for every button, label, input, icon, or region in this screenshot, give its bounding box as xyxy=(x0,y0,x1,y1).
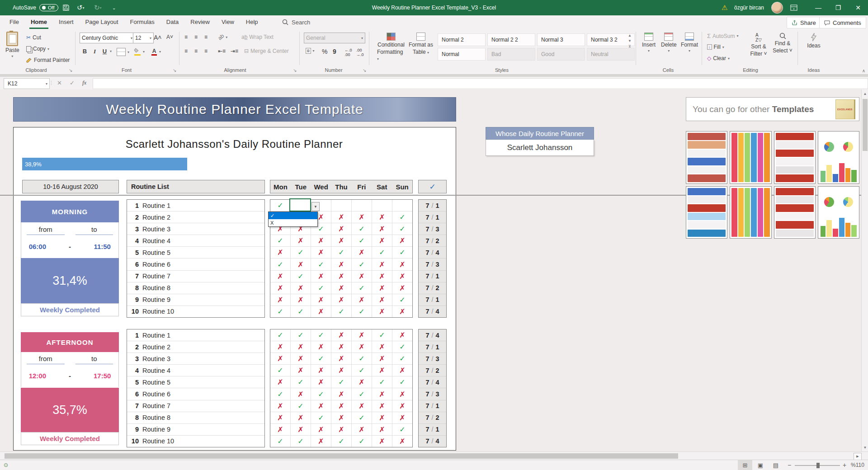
morning-times-row[interactable]: 06:00 - 11:50 xyxy=(21,235,119,258)
mark-cell[interactable]: ✗ xyxy=(331,365,352,376)
undo-button[interactable]: ↺▾ xyxy=(77,0,85,15)
horizontal-scroll-thumb[interactable] xyxy=(5,453,678,459)
day-header-thu[interactable]: Thu xyxy=(331,183,352,191)
check-header-cell[interactable]: ✓ xyxy=(418,180,447,193)
mark-cell[interactable]: ✓ xyxy=(372,247,392,258)
mark-cell[interactable]: ✗ xyxy=(392,388,412,400)
number-dialog-launcher[interactable]: ↘ xyxy=(363,68,366,73)
mark-cell[interactable]: ✓ xyxy=(392,376,412,388)
vertical-scroll-thumb[interactable] xyxy=(863,99,868,151)
mark-cell[interactable]: ✗ xyxy=(291,388,311,400)
mark-cell[interactable]: ✗ xyxy=(392,436,412,447)
day-header-sun[interactable]: Sun xyxy=(392,183,412,191)
shrink-font-button[interactable]: A˅ xyxy=(166,34,173,40)
close-button[interactable]: ✕ xyxy=(848,0,868,15)
mark-cell[interactable]: ✗ xyxy=(331,271,352,282)
mark-cell[interactable]: ✗ xyxy=(372,258,392,270)
mark-cell[interactable]: ✗ xyxy=(331,282,352,294)
mark-cell[interactable]: ✓ xyxy=(311,329,331,341)
score-cell[interactable]: 7/1 xyxy=(419,200,446,212)
borders-button[interactable]: ▾ xyxy=(117,48,129,56)
mark-cell[interactable]: ✓ xyxy=(270,200,291,211)
mark-cell[interactable]: ✗ xyxy=(372,282,392,294)
horizontal-scrollbar[interactable]: ▶ xyxy=(0,451,868,460)
mark-cell[interactable]: ✗ xyxy=(311,365,331,376)
mark-cell[interactable]: ✓ xyxy=(352,412,372,423)
mark-cell[interactable] xyxy=(372,200,392,211)
mark-cell[interactable]: ✓ xyxy=(392,223,412,235)
fill-color-button[interactable]: ▾ xyxy=(134,48,145,55)
score-cell[interactable]: 7/1 xyxy=(419,212,446,223)
mark-cell[interactable]: ✗ xyxy=(331,294,352,306)
wrap-text-button[interactable]: ab̲Wrap Text xyxy=(241,34,274,40)
mark-cell[interactable]: ✗ xyxy=(311,400,331,412)
autosave-toggle[interactable]: AutoSave Off xyxy=(13,0,58,15)
active-cell[interactable] xyxy=(289,198,311,212)
scroll-right-arrow[interactable]: ▶ xyxy=(854,453,862,460)
mark-cell[interactable]: ✗ xyxy=(311,235,331,246)
formula-input[interactable] xyxy=(93,78,868,89)
mark-cell[interactable]: ✗ xyxy=(372,341,392,352)
number-format-combo[interactable]: General▾ xyxy=(304,33,365,43)
mark-cell[interactable]: ✓ xyxy=(270,306,291,317)
mark-cell[interactable]: ✓ xyxy=(352,353,372,364)
mark-cell[interactable]: ✓ xyxy=(352,306,372,317)
mark-cell[interactable]: ✓ xyxy=(291,306,311,317)
routine-row[interactable]: 5Routine 5 xyxy=(127,376,264,388)
merge-center-button[interactable]: ⊟Merge & Center xyxy=(244,48,289,54)
mark-cell[interactable]: ✗ xyxy=(372,388,392,400)
font-color-button[interactable]: A▾ xyxy=(151,48,161,55)
mark-cell[interactable]: ✓ xyxy=(270,329,291,341)
notification-warning-icon[interactable]: ⚠ xyxy=(722,0,727,15)
mark-cell[interactable]: ✗ xyxy=(372,412,392,423)
routine-row[interactable]: 1Routine 1 xyxy=(127,329,264,341)
mark-cell[interactable]: ✗ xyxy=(270,294,291,306)
conditional-formatting-button[interactable]: ConditionalFormatting ▾ xyxy=(377,33,405,61)
template-thumbnail-3[interactable] xyxy=(774,131,816,184)
normal-view-button[interactable]: ⊞ xyxy=(738,460,752,470)
mark-cell[interactable]: ✗ xyxy=(392,235,412,246)
mark-cell[interactable]: ✓ xyxy=(311,353,331,364)
underline-button[interactable]: U▾ xyxy=(101,48,112,55)
routine-list-header-cell[interactable]: Routine List xyxy=(127,180,265,193)
score-cell[interactable]: 7/2 xyxy=(419,412,446,424)
mark-cell[interactable]: ✗ xyxy=(270,400,291,412)
increase-indent-button[interactable]: ⇥≡ xyxy=(231,48,238,54)
mark-cell[interactable]: ✗ xyxy=(331,388,352,400)
sort-filter-button[interactable]: AZ▽ Sort &Filter ˅ xyxy=(748,33,769,57)
day-header-wed[interactable]: Wed xyxy=(311,183,331,191)
tab-help[interactable]: Help xyxy=(240,15,264,29)
mark-cell[interactable]: ✗ xyxy=(372,223,392,235)
mark-cell[interactable]: ✗ xyxy=(352,329,372,341)
style-normal-3[interactable]: Normal 3 xyxy=(537,33,585,46)
whose-planner-header[interactable]: Whose Daily Routine Planner xyxy=(486,127,594,140)
comma-style-button[interactable]: 9 xyxy=(333,48,336,55)
mark-cell[interactable]: ✗ xyxy=(311,341,331,352)
mark-cell[interactable]: ✗ xyxy=(372,294,392,306)
tab-file[interactable]: File xyxy=(4,15,25,29)
score-cell[interactable]: 7/2 xyxy=(419,282,446,294)
mark-cell[interactable]: ✓ xyxy=(291,400,311,412)
score-cell[interactable]: 7/4 xyxy=(419,306,446,317)
mark-cell[interactable]: ✗ xyxy=(331,329,352,341)
percent-style-button[interactable]: % xyxy=(322,48,327,55)
mark-cell[interactable]: ✓ xyxy=(372,329,392,341)
scroll-up-arrow[interactable]: ▲ xyxy=(862,89,868,98)
score-cell[interactable]: 7/3 xyxy=(419,353,446,365)
score-cell[interactable]: 7/1 xyxy=(419,424,446,436)
morning-to-time[interactable]: 11:50 xyxy=(86,243,118,250)
page-break-view-button[interactable]: ▤ xyxy=(769,460,783,470)
mark-cell[interactable]: ✗ xyxy=(270,282,291,294)
format-painter-button[interactable]: Format Painter xyxy=(26,57,70,63)
format-as-table-button[interactable]: Format asTable ▾ xyxy=(408,33,434,55)
mark-cell[interactable]: ✓ xyxy=(291,436,311,447)
font-dialog-launcher[interactable]: ↘ xyxy=(173,68,176,73)
autosum-button[interactable]: ΣAutoSum▾ xyxy=(707,33,738,39)
mark-cell[interactable]: ✓ xyxy=(352,235,372,246)
routine-row[interactable]: 6Routine 6 xyxy=(127,258,264,270)
decrease-indent-button[interactable]: ⇤≡ xyxy=(218,48,226,54)
save-button[interactable] xyxy=(62,0,70,15)
restore-button[interactable]: ❐ xyxy=(828,0,848,15)
mark-cell[interactable]: ✗ xyxy=(270,376,291,388)
mark-cell[interactable]: ✗ xyxy=(392,329,412,341)
